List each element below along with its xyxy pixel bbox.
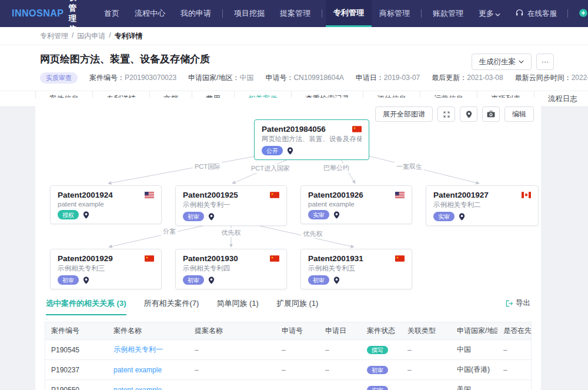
column-header: 申请号: [276, 322, 319, 339]
case-name-link[interactable]: patent example: [108, 361, 189, 379]
country: 美国: [451, 380, 497, 390]
edge-label-paris-convention: 巴黎公约: [322, 164, 351, 172]
proposal-name: –: [189, 341, 276, 359]
location-pin-icon[interactable]: [333, 211, 340, 219]
brand-logo[interactable]: INNOSNAP 知识产权管理信息系统: [12, 0, 76, 27]
generate-derivative-button[interactable]: 生成衍生案: [472, 54, 532, 70]
application-date: –: [319, 361, 361, 379]
tab-all-related-cases[interactable]: 所有相关案件(7): [144, 298, 199, 315]
status-badge: 实审: [367, 386, 388, 390]
application-number: –: [276, 361, 319, 379]
nav-item-more-label: 更多: [479, 8, 494, 19]
flag-cn-icon: [395, 255, 405, 262]
patent-node-id: Patent2001927: [433, 191, 489, 199]
tab-simple-family[interactable]: 简单同族 (1): [216, 298, 259, 315]
proposal-name: –: [189, 381, 276, 390]
divider: [222, 9, 223, 18]
patent-node-root[interactable]: Patent201984056 网页绘图方法、装置、设备及存储介质 公开: [254, 119, 369, 160]
patent-node-id: Patent2001925: [183, 191, 238, 199]
flag-us-icon: [145, 192, 154, 198]
meta-value: 2022-03-08: [572, 74, 588, 82]
status-badge: 初审: [58, 275, 79, 285]
flag-cn-icon: [145, 255, 154, 262]
case-number: P190550: [45, 381, 108, 390]
nav-item-process-center[interactable]: 流程中心: [127, 0, 173, 27]
patent-node-2001925[interactable]: Patent2001925 示例相关专利一 初审: [175, 185, 287, 226]
edge-label-dual-filing: 一案双生: [395, 162, 424, 171]
tab-extended-family[interactable]: 扩展同族 (1): [276, 298, 319, 315]
meta-value: 2019-03-07: [384, 74, 420, 82]
breadcrumb-current: 专利详情: [115, 31, 143, 41]
table-header-row: 案件编号 案件名称 提案名称 申请号 申请日 案件状态 关联类型 申请国家/地区…: [45, 322, 531, 340]
column-header: 关联类型: [402, 322, 451, 339]
divider: [567, 9, 568, 18]
patent-node-2001929[interactable]: Patent2001929 示例相关专利三 初审: [50, 249, 162, 289]
meta-value: 中国: [239, 74, 253, 82]
column-header: 申请国家/地区: [451, 322, 497, 339]
related-cases-table: 案件编号 案件名称 提案名称 申请号 申请日 案件状态 关联类型 申请国家/地区…: [45, 322, 532, 390]
meta-label: 申请国家/地区：: [188, 74, 239, 82]
location-pin-icon[interactable]: [83, 276, 89, 284]
breadcrumb-patent-mgmt[interactable]: 专利管理: [40, 31, 68, 41]
nav-item-my-applications[interactable]: 我的申请: [173, 0, 219, 27]
country: 中国: [451, 340, 497, 359]
nav-item-trademark-mgmt[interactable]: 商标管理: [372, 0, 417, 27]
nav-item-home[interactable]: 首页: [96, 0, 127, 27]
nav-item-more[interactable]: 更多: [471, 0, 508, 27]
tab-process-log[interactable]: 流程日志: [534, 91, 588, 106]
is-prior: –: [497, 361, 531, 379]
column-header: 案件编号: [45, 322, 108, 339]
more-actions-button[interactable]: ···: [536, 54, 554, 70]
status-badge: 初审: [183, 275, 204, 285]
patent-node-2001926[interactable]: Patent2001926 patent example 实审: [300, 185, 412, 224]
online-support-button[interactable]: 在线客服: [508, 0, 564, 27]
nav-item-billing-mgmt[interactable]: 账款管理: [425, 0, 471, 27]
online-support-label: 在线客服: [527, 9, 557, 19]
patent-node-id: Patent2001929: [58, 254, 113, 263]
status-badge: 撰写: [367, 346, 388, 354]
column-header: 案件名称: [108, 322, 189, 339]
application-date: –: [319, 341, 361, 359]
nav-item-proposal-mgmt[interactable]: 提案管理: [272, 0, 318, 27]
edge-label-pct-international: PCT国际: [193, 162, 222, 171]
breadcrumb-separator: /: [109, 31, 111, 41]
export-button[interactable]: 导出: [505, 298, 530, 308]
proposal-name: –: [189, 361, 276, 379]
location-pin-icon[interactable]: [208, 213, 215, 221]
case-name-link[interactable]: 示例相关专利一: [108, 340, 189, 359]
new-proposal-button[interactable]: 新建提案: [572, 0, 588, 27]
flag-ca-icon: [522, 192, 531, 198]
case-meta: 实质审查 案件编号：P201903070023 申请国家/地区：中国 申请号：C…: [40, 72, 554, 84]
status-badge: 实质审查: [40, 72, 78, 84]
edge-label-divisional: 分案: [161, 227, 178, 236]
status-badge: 初审: [308, 275, 329, 285]
breadcrumb-domestic-application[interactable]: 国内申请: [77, 31, 105, 41]
status-badge: 实审: [433, 212, 455, 221]
status-badge: 实审: [308, 210, 329, 219]
patent-node-2001930[interactable]: Patent2001930 示例相关专利四 初审: [175, 249, 287, 289]
meta-label: 最新云同步时间：: [515, 74, 572, 82]
table-row: P190545 示例相关专利一 – – – 撰写 – 中国 –: [45, 340, 531, 360]
location-pin-icon[interactable]: [333, 276, 340, 284]
flag-cn-icon: [270, 255, 279, 262]
application-number: –: [276, 341, 319, 359]
nav-item-project-mining[interactable]: 项目挖掘: [226, 0, 272, 27]
location-pin-icon[interactable]: [208, 276, 215, 284]
export-icon: [505, 299, 513, 308]
nav-item-patent-mgmt[interactable]: 专利管理: [326, 0, 372, 27]
case-name-link[interactable]: patent example: [108, 381, 189, 390]
headset-icon: [515, 8, 524, 19]
location-pin-icon[interactable]: [459, 213, 465, 221]
patent-node-id: Patent2001930: [183, 254, 238, 263]
patent-node-desc: patent example: [58, 201, 154, 208]
meta-value: P201903070023: [125, 74, 176, 82]
location-pin-icon[interactable]: [83, 211, 89, 219]
breadcrumb-separator: /: [72, 31, 74, 41]
top-nav: INNOSNAP 知识产权管理信息系统 首页 流程中心 我的申请 项目挖掘 提案…: [0, 0, 588, 27]
tab-selected-relations[interactable]: 选中案件的相关关系 (3): [46, 298, 126, 315]
chevron-down-icon: [519, 60, 524, 64]
patent-node-2001927[interactable]: Patent2001927 示例相关专利二 实审: [426, 185, 539, 226]
patent-node-2001924[interactable]: Patent2001924 patent example 授权: [50, 185, 162, 224]
patent-node-2001931[interactable]: Patent2001931 示例相关专利五 初审: [300, 249, 412, 289]
location-pin-icon[interactable]: [287, 147, 293, 155]
